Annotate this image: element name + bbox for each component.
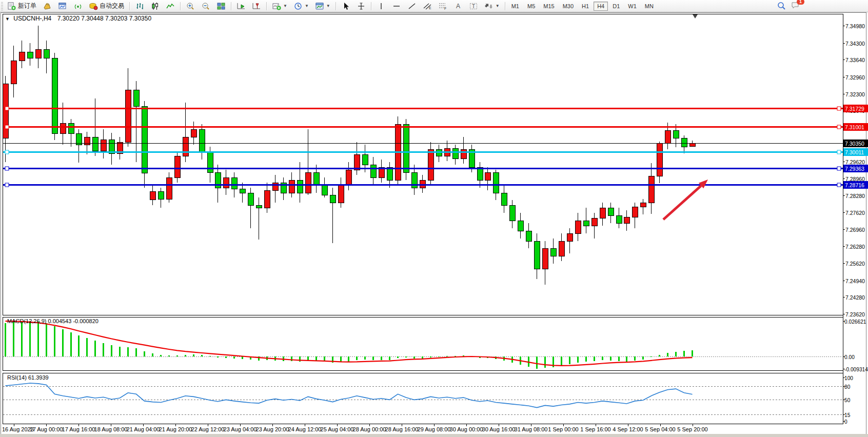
auto-trading-icon	[89, 2, 98, 10]
periods-button[interactable]: ▼	[291, 1, 311, 12]
trendline-icon	[407, 2, 417, 10]
hline-handle[interactable]	[837, 150, 841, 154]
candlestick-mode-button[interactable]	[148, 1, 162, 12]
candle	[19, 52, 25, 61]
hline-handle[interactable]	[5, 150, 9, 154]
hline-handle[interactable]	[837, 125, 841, 129]
toolbar-separator	[336, 2, 336, 10]
zoom-in-button[interactable]	[183, 1, 198, 12]
text-tool-button[interactable]: A	[451, 1, 465, 12]
timeframe-button-m30[interactable]: M30	[559, 2, 577, 11]
hline-handle[interactable]	[5, 125, 9, 129]
hline-handle[interactable]	[837, 167, 841, 170]
hline-handle[interactable]	[5, 167, 9, 170]
line-chart-mode-button[interactable]	[163, 1, 177, 12]
navigator-button[interactable]	[71, 1, 85, 12]
macd-panel[interactable]	[3, 317, 843, 371]
candle	[485, 172, 490, 180]
tile-windows-button[interactable]	[214, 1, 228, 12]
rsi-axis-label: 100	[844, 375, 853, 381]
candle	[526, 231, 531, 241]
candle	[657, 143, 662, 176]
candle	[461, 149, 466, 158]
time-axis-label: 4 Sep 12:00	[613, 426, 643, 432]
candle	[142, 106, 147, 173]
timeframe-button-w1[interactable]: W1	[624, 2, 640, 11]
price-axis-label: 7.24280	[845, 294, 865, 301]
timeframe-button-h1[interactable]: H1	[578, 2, 593, 11]
search-icon[interactable]	[777, 2, 786, 10]
timeframe-button-mn[interactable]: MN	[641, 2, 657, 11]
price-panel[interactable]	[3, 14, 843, 315]
bar-chart-mode-button[interactable]	[132, 1, 147, 12]
candle	[240, 189, 245, 193]
vertical-line-tool-button[interactable]	[374, 1, 388, 12]
candle	[101, 140, 106, 151]
rsi-axis[interactable]: 1008050150	[843, 375, 853, 425]
time-axis-label: 21 Aug 04:00	[127, 426, 160, 432]
candle	[403, 124, 409, 172]
hline-price-tag-text: 7.29363	[845, 166, 864, 172]
time-axis-label: 22 Aug 12:00	[191, 426, 225, 432]
candlestick-icon	[150, 2, 160, 10]
candle	[591, 218, 597, 226]
auto-scroll-icon	[236, 2, 246, 10]
time-axis-label: 17 Aug 00:00	[30, 426, 63, 432]
tile-windows-icon	[216, 2, 226, 10]
hline-handle[interactable]	[837, 107, 841, 110]
candle	[322, 185, 327, 195]
auto-trading-button[interactable]: 自动交易	[86, 1, 127, 12]
data-window-button[interactable]	[55, 1, 70, 12]
symbol-dropdown-icon[interactable]: ▼	[5, 16, 10, 22]
new-order-button[interactable]: 新订单	[5, 1, 39, 12]
timeframe-button-h4[interactable]: H4	[594, 2, 608, 11]
rsi-axis-label: 0	[844, 419, 847, 425]
trendline-tool-button[interactable]	[405, 1, 419, 12]
candle	[11, 61, 16, 84]
chart-info-line[interactable]: ▼ USDCNH-,H4 7.30220 7.30448 7.30203 7.3…	[5, 15, 151, 22]
hline-handle[interactable]	[837, 183, 841, 187]
equidistant-channel-icon: E	[423, 2, 432, 10]
macd-axis[interactable]: 0.0266210.00-0.009314	[843, 319, 868, 372]
market-watch-button[interactable]	[40, 1, 54, 12]
candle	[199, 129, 205, 152]
candle	[624, 217, 629, 223]
timeframe-button-m15[interactable]: M15	[540, 2, 558, 11]
cursor-tool-button[interactable]	[339, 1, 353, 12]
indicators-button[interactable]: ▼	[269, 1, 290, 12]
zoom-out-button[interactable]	[199, 1, 213, 12]
chart-canvas[interactable]: 7.349807.343007.336407.329607.323007.316…	[0, 0, 868, 437]
notifications-button[interactable]: 1	[791, 1, 800, 11]
fibonacci-tool-button[interactable]: F	[436, 1, 450, 12]
timeframe-button-m5[interactable]: M5	[524, 2, 539, 11]
channel-tool-button[interactable]: E	[420, 1, 435, 12]
candle	[567, 233, 573, 241]
templates-button[interactable]: ▼	[312, 1, 333, 12]
candle	[583, 221, 589, 226]
candle	[542, 248, 548, 269]
candle	[256, 205, 262, 208]
candle	[223, 177, 229, 188]
time-axis[interactable]: 16 Aug 202317 Aug 00:0017 Aug 16:0018 Au…	[2, 424, 708, 432]
time-axis-label: 5 Sep 04:00	[645, 426, 675, 432]
crosshair-tool-button[interactable]	[354, 1, 368, 12]
toolbar-grip[interactable]	[1, 2, 3, 10]
symbol-period-label: USDCNH-,H4	[13, 15, 51, 22]
timeframe-button-m1[interactable]: M1	[508, 2, 523, 11]
time-axis-label: 1 Sep 00:00	[548, 426, 578, 432]
hline-handle[interactable]	[5, 107, 9, 110]
auto-scroll-button[interactable]	[234, 1, 248, 12]
candle	[68, 123, 74, 133]
timeframe-button-d1[interactable]: D1	[609, 2, 623, 11]
price-axis-label: 7.28960	[845, 176, 865, 182]
chart-shift-button[interactable]	[249, 1, 264, 12]
horizontal-line-tool-button[interactable]	[389, 1, 404, 12]
candle	[632, 207, 638, 217]
arrows-tool-button[interactable]: ▼	[482, 1, 502, 12]
hline-handle[interactable]	[5, 183, 9, 187]
candle	[370, 165, 376, 177]
candle	[338, 185, 344, 203]
candle	[174, 156, 180, 177]
text-label-tool-button[interactable]: T	[466, 1, 481, 12]
price-axis-label: 7.32300	[845, 91, 865, 97]
